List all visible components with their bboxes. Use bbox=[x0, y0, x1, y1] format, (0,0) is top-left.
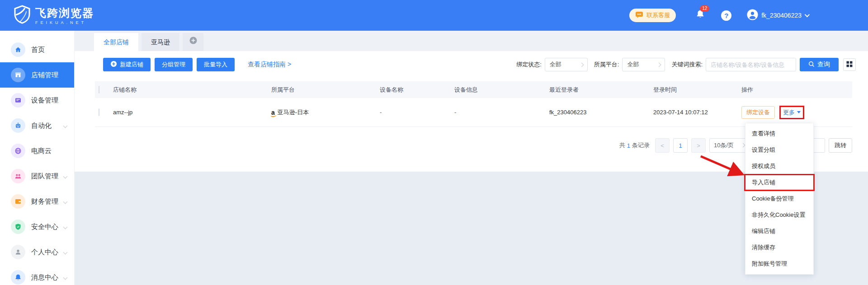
record-total: 共 1 条记录 bbox=[619, 141, 650, 150]
question-icon: ? bbox=[724, 12, 728, 19]
sidebar-item-automation[interactable]: 自动化 bbox=[0, 113, 74, 138]
chevron-down-icon bbox=[63, 123, 68, 128]
brand-title: 飞跨浏览器 bbox=[35, 7, 94, 19]
sidebar-item-team-management[interactable]: 团队管理 bbox=[0, 164, 74, 189]
bind-status-select[interactable]: 全部 bbox=[545, 58, 588, 71]
login-time-cell: 2023-07-14 10:07:12 bbox=[653, 109, 741, 116]
menu-item-view-details[interactable]: 查看详情 bbox=[745, 126, 813, 142]
contact-support-label: 联系客服 bbox=[646, 11, 670, 19]
chevron-down-icon bbox=[63, 224, 68, 229]
device-info-cell: - bbox=[454, 109, 549, 116]
batch-import-button[interactable]: 批量导入 bbox=[197, 58, 235, 71]
platform-label: 所属平台: bbox=[594, 61, 619, 69]
plus-circle-icon bbox=[110, 61, 117, 69]
help-button[interactable]: ? bbox=[721, 10, 731, 21]
tab-amazon[interactable]: 亚马逊 bbox=[142, 33, 179, 51]
menu-item-extra-account[interactable]: 附加账号管理 bbox=[745, 256, 813, 272]
sidebar: 首页 店铺管理 设备管理 自动化 电商云 团队管理 财务管理 bbox=[0, 31, 75, 285]
chevron-down-icon bbox=[63, 250, 68, 254]
group-manage-button[interactable]: 分组管理 bbox=[155, 58, 193, 71]
sidebar-item-device-management[interactable]: 设备管理 bbox=[0, 88, 74, 113]
platform-cell: a 亚马逊-日本 bbox=[271, 108, 380, 117]
shield-logo-icon bbox=[14, 5, 31, 27]
caret-down-icon bbox=[797, 111, 801, 113]
amazon-icon: a bbox=[271, 109, 275, 116]
store-tabs: 全部店铺 亚马逊 bbox=[75, 31, 868, 51]
avatar-icon bbox=[747, 9, 758, 22]
card-view-toggle-button[interactable] bbox=[843, 58, 856, 71]
menu-item-set-group[interactable]: 设置分组 bbox=[745, 142, 813, 158]
brand-subtitle: FEIKUA.NET bbox=[35, 20, 94, 25]
chevron-down-icon bbox=[63, 174, 68, 178]
chat-icon bbox=[635, 11, 643, 19]
new-store-button[interactable]: 新建店铺 bbox=[103, 58, 151, 71]
sidebar-item-ecommerce-cloud[interactable]: 电商云 bbox=[0, 138, 74, 164]
record-count: 1 bbox=[627, 142, 630, 149]
username-label: fk_230406223 bbox=[761, 12, 802, 19]
menu-item-edit-store[interactable]: 编辑店铺 bbox=[745, 223, 813, 239]
keyword-label: 关键词搜索: bbox=[671, 61, 703, 69]
add-tab-button[interactable] bbox=[183, 33, 203, 51]
search-button[interactable]: 查询 bbox=[800, 58, 839, 71]
store-name-cell: amz--jp bbox=[113, 109, 271, 116]
chevron-down-icon bbox=[805, 12, 810, 17]
select-all-checkbox[interactable] bbox=[99, 86, 99, 93]
sidebar-item-home[interactable]: 首页 bbox=[0, 37, 74, 62]
shield-icon bbox=[11, 220, 25, 234]
search-icon bbox=[808, 61, 815, 69]
sidebar-item-message-center[interactable]: 消息中心 bbox=[0, 265, 74, 285]
bell-icon bbox=[11, 270, 25, 285]
menu-item-clear-cache[interactable]: 清除缓存 bbox=[745, 239, 813, 256]
store-guide-link[interactable]: 查看店铺指南 > bbox=[248, 61, 291, 69]
plus-circle-icon bbox=[189, 33, 197, 51]
bell-icon bbox=[696, 13, 705, 21]
keyword-search-input[interactable] bbox=[706, 58, 796, 71]
row-checkbox[interactable] bbox=[99, 108, 99, 116]
last-login-user-cell: fk_230406223 bbox=[549, 109, 653, 116]
platform-select[interactable]: 全部 bbox=[622, 58, 665, 71]
menu-item-non-persistent-cookie[interactable]: 非持久化Cookie设置 bbox=[745, 207, 813, 223]
globe-icon bbox=[11, 144, 25, 158]
device-icon bbox=[11, 93, 25, 107]
more-button-annotated[interactable]: 更多 bbox=[779, 106, 804, 119]
contact-support-button[interactable]: 联系客服 bbox=[629, 9, 676, 22]
toolbar: 新建店铺 分组管理 批量导入 查看店铺指南 > 绑定状态: 全部 所属平台: 全… bbox=[103, 58, 856, 71]
notification-badge: 12 bbox=[700, 5, 709, 12]
bind-device-button[interactable]: 绑定设备 bbox=[741, 106, 775, 119]
topbar-actions: 联系客服 12 ? fk_230406223 bbox=[629, 0, 808, 31]
jump-button[interactable]: 跳转 bbox=[829, 138, 852, 153]
page-size-select[interactable]: 10条/页 bbox=[709, 138, 749, 153]
user-menu[interactable]: fk_230406223 bbox=[747, 9, 808, 22]
menu-item-cookie-backup[interactable]: Cookie备份管理 bbox=[745, 191, 813, 207]
menu-item-authorize-members[interactable]: 授权成员 bbox=[745, 158, 813, 174]
top-bar: 飞跨浏览器 FEIKUA.NET 联系客服 12 ? bbox=[0, 0, 868, 31]
chevron-down-icon bbox=[63, 199, 68, 204]
chevron-right-icon bbox=[579, 63, 584, 67]
more-button-label: 更多 bbox=[783, 108, 795, 117]
bind-status-label: 绑定状态: bbox=[516, 61, 542, 69]
table-header-row: 店铺名称 所属平台 设备名称 设备信息 最近登录者 登录时间 操作 bbox=[95, 81, 852, 98]
menu-item-import-store-annotated[interactable]: 导入店铺 bbox=[745, 174, 813, 191]
store-icon bbox=[11, 68, 25, 82]
more-actions-menu: 查看详情 设置分组 授权成员 导入店铺 Cookie备份管理 非持久化Cooki… bbox=[745, 123, 814, 275]
sidebar-item-store-management[interactable]: 店铺管理 bbox=[0, 62, 74, 88]
robot-icon bbox=[11, 118, 25, 133]
wallet-icon bbox=[11, 194, 25, 209]
team-icon bbox=[11, 169, 25, 183]
chevron-down-icon bbox=[63, 275, 68, 280]
chevron-right-icon bbox=[657, 63, 661, 67]
sidebar-item-personal-center[interactable]: 个人中心 bbox=[0, 239, 74, 265]
sidebar-item-finance-management[interactable]: 财务管理 bbox=[0, 189, 74, 214]
pagination: 共 1 条记录 < 1 > 10条/页 跳转 bbox=[619, 138, 852, 153]
home-icon bbox=[11, 42, 25, 57]
sidebar-item-security-center[interactable]: 安全中心 bbox=[0, 214, 74, 239]
person-icon bbox=[11, 245, 25, 259]
page: 飞跨浏览器 FEIKUA.NET 联系客服 12 ? bbox=[0, 0, 868, 285]
notification-bell-button[interactable]: 12 bbox=[696, 9, 705, 21]
page-number-button[interactable]: 1 bbox=[673, 138, 688, 153]
prev-page-button[interactable]: < bbox=[655, 138, 670, 153]
next-page-button[interactable]: > bbox=[691, 138, 706, 153]
brand-logo: 飞跨浏览器 FEIKUA.NET bbox=[14, 5, 94, 27]
tab-all-stores[interactable]: 全部店铺 bbox=[94, 33, 138, 51]
grid-icon bbox=[846, 61, 853, 69]
